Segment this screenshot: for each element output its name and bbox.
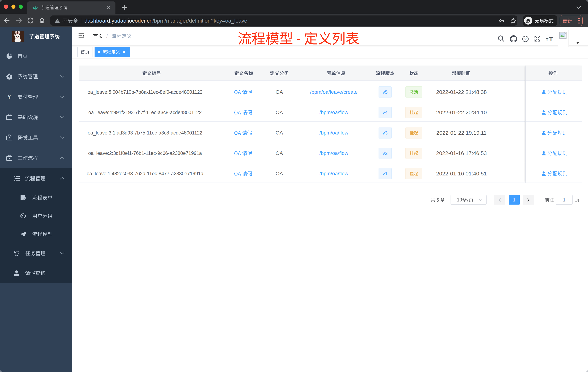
svg-text:?: ? [524,37,527,41]
svg-text:T: T [549,36,553,42]
svg-text:T: T [546,37,548,42]
